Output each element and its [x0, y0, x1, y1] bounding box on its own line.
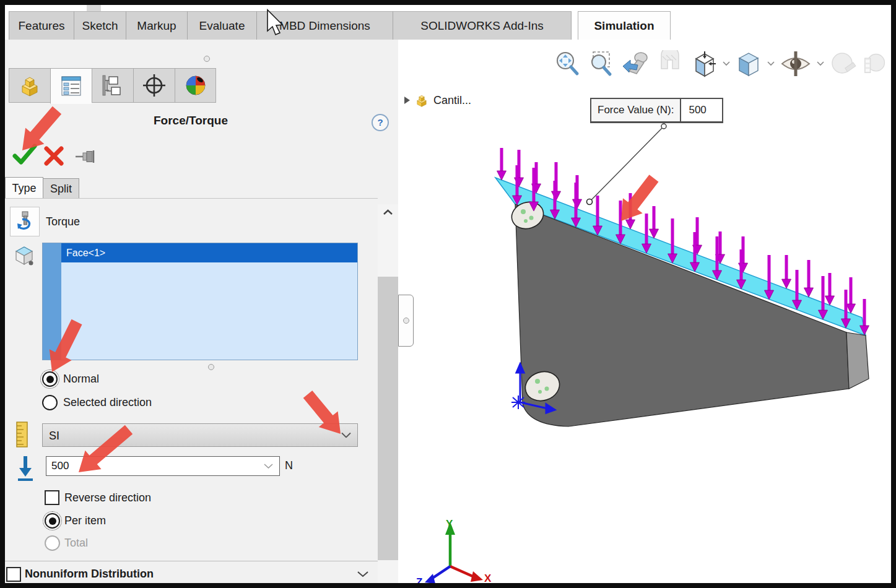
apply-scene-icon — [863, 50, 887, 77]
per-item-label[interactable]: Per item — [64, 514, 106, 527]
tab-featuremanager-tree[interactable] — [9, 68, 50, 103]
force-value-callout: Force Value (N): 500 — [590, 98, 723, 123]
configuration-manager-icon — [100, 73, 125, 98]
hide-show-items-button[interactable] — [780, 50, 812, 78]
scroll-up-icon[interactable] — [383, 209, 393, 215]
tab-dimxpert-manager[interactable] — [133, 68, 175, 103]
zoom-to-fit-button[interactable] — [553, 50, 581, 78]
panel-splitter-grip[interactable] — [204, 56, 210, 62]
callout-label: Force Value (N): — [590, 98, 681, 123]
selected-direction-label[interactable]: Selected direction — [63, 396, 152, 409]
tab-evaluate[interactable]: Evaluate — [188, 11, 257, 40]
face-selection-icon — [12, 243, 36, 269]
ribbon-tabs: Features Sketch Markup Evaluate MBD Dime… — [9, 11, 671, 40]
tab-display-manager[interactable] — [175, 68, 216, 103]
force-value-icon — [16, 454, 35, 482]
appearance-sphere-icon — [829, 50, 858, 77]
tab-features[interactable]: Features — [9, 11, 74, 40]
previous-view-button[interactable] — [620, 50, 651, 78]
torque-button[interactable] — [10, 207, 40, 236]
force-value-text: 500 — [46, 457, 279, 475]
titlebar-notch — [87, 5, 101, 11]
tab-simulation[interactable]: Simulation — [578, 11, 671, 40]
panel-title: Force/Torque — [5, 114, 376, 128]
units-dropdown[interactable]: SI — [42, 423, 358, 447]
cancel-button[interactable] — [43, 146, 64, 166]
view-orientation-caret-icon[interactable] — [723, 61, 730, 66]
tree-item-label[interactable]: Cantil... — [433, 94, 471, 107]
normal-radio[interactable] — [42, 371, 58, 387]
zoom-to-fit-icon — [554, 50, 581, 77]
display-manager-icon — [183, 73, 208, 98]
dimxpert-icon — [142, 73, 167, 98]
apply-scene-button[interactable] — [863, 50, 887, 78]
tab-split[interactable]: Split — [43, 178, 79, 198]
pin-icon[interactable] — [74, 150, 97, 163]
tab-configuration-manager[interactable] — [92, 68, 133, 103]
ok-button[interactable] — [11, 142, 38, 167]
force-unit-label: N — [285, 459, 293, 472]
total-radio[interactable] — [45, 535, 60, 551]
torque-icon — [14, 210, 36, 233]
help-button[interactable]: ? — [372, 114, 389, 131]
reverse-direction-checkbox[interactable] — [45, 490, 59, 505]
reverse-direction-label[interactable]: Reverse direction — [64, 491, 151, 504]
zoom-to-area-button[interactable] — [586, 50, 615, 78]
property-manager-icon — [59, 74, 84, 98]
tab-solidworks-addins[interactable]: SOLIDWORKS Add-Ins — [393, 11, 572, 40]
eye-icon — [780, 50, 812, 77]
tab-sketch[interactable]: Sketch — [74, 11, 126, 40]
manager-tab-bar — [9, 68, 220, 104]
display-style-caret-icon[interactable] — [767, 61, 775, 66]
display-style-icon — [736, 50, 762, 77]
selection-list-gutter — [43, 243, 61, 360]
feature-tree-item[interactable]: Cantil... — [404, 93, 471, 108]
nonuniform-distribution-checkbox[interactable] — [6, 567, 21, 582]
selected-direction-radio[interactable] — [42, 395, 58, 410]
part-icon — [17, 73, 42, 98]
panel-scrollbar[interactable] — [378, 204, 398, 583]
scrollbar-thumb[interactable] — [378, 277, 398, 560]
previous-view-icon — [620, 50, 650, 77]
selection-box-grip[interactable] — [208, 364, 214, 370]
hide-show-caret-icon[interactable] — [817, 61, 824, 66]
selected-face-item[interactable]: Face<1> — [61, 243, 357, 262]
property-manager-panel: Force/Torque ? Type Split Torque Face<1>… — [5, 40, 398, 583]
view-orientation-button[interactable] — [689, 50, 718, 78]
heads-up-toolbar — [553, 50, 887, 78]
panel-collapse-handle[interactable] — [398, 295, 414, 347]
tab-property-manager[interactable] — [50, 68, 92, 104]
torque-label: Torque — [46, 215, 80, 228]
units-value: SI — [43, 424, 357, 447]
handle-grip-dot — [403, 318, 409, 324]
section-divider — [5, 561, 378, 561]
graphics-viewport[interactable]: Cantil... Force Value (N): 500 — [398, 40, 891, 583]
nonuniform-distribution-label[interactable]: Nonuniform Distribution — [25, 568, 154, 581]
chevron-down-icon — [264, 464, 273, 469]
per-item-radio[interactable] — [45, 513, 60, 529]
callout-value-field[interactable]: 500 — [680, 98, 723, 123]
tab-mbd-dimensions[interactable]: MBD Dimensions — [257, 11, 393, 40]
tab-type[interactable]: Type — [5, 177, 43, 198]
force-value-input[interactable]: 500 — [46, 456, 280, 476]
expand-triangle-icon[interactable] — [404, 97, 410, 104]
normal-label[interactable]: Normal — [63, 373, 99, 386]
tab-markup[interactable]: Markup — [126, 11, 188, 40]
total-label: Total — [64, 537, 88, 550]
units-ruler-icon — [15, 421, 30, 448]
edit-appearance-button[interactable] — [829, 50, 858, 78]
zoom-to-area-icon — [587, 50, 614, 77]
section-view-button[interactable] — [656, 50, 684, 78]
section-view-icon — [656, 50, 684, 77]
part-icon — [414, 93, 429, 108]
view-orientation-icon — [690, 50, 717, 77]
tab-strip: Features Sketch Markup Evaluate MBD Dime… — [5, 5, 891, 40]
display-style-button[interactable] — [735, 50, 762, 78]
type-tab-divider — [5, 198, 378, 199]
faces-selection-list[interactable]: Face<1> — [42, 243, 358, 360]
expand-section-chevron-icon[interactable] — [357, 571, 369, 577]
chevron-down-icon — [341, 433, 351, 438]
